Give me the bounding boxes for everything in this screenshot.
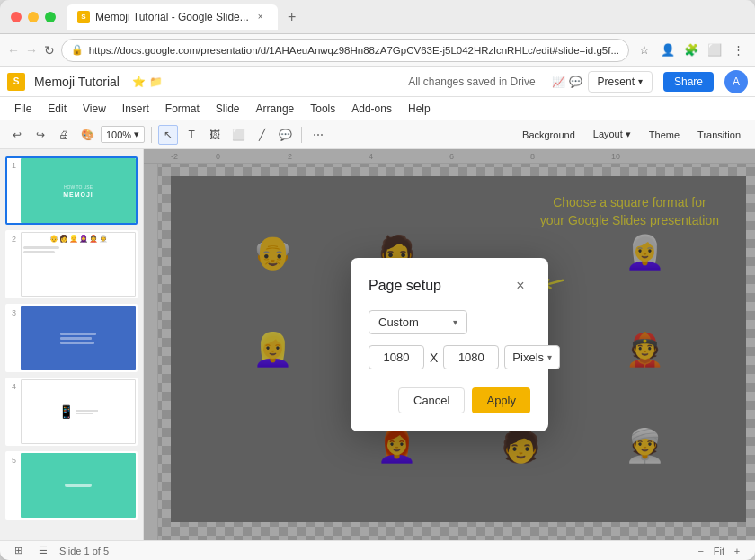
slide-thumbnail-3[interactable]: 3 [5, 304, 138, 372]
minimize-window-button[interactable] [28, 12, 39, 22]
units-dropdown[interactable]: Pixels ▾ [504, 345, 560, 369]
extension-icon[interactable]: 🧩 [681, 40, 701, 60]
cursor-tool[interactable]: ↖ [158, 125, 178, 145]
print-button[interactable]: 🖨 [54, 125, 74, 145]
undo-button[interactable]: ↩ [7, 125, 27, 145]
separator-2 [301, 127, 302, 143]
format-value: Custom [378, 316, 419, 329]
cast-icon[interactable]: ⬜ [705, 40, 724, 60]
present-label: Present [598, 76, 635, 88]
profile-icon[interactable]: 👤 [658, 40, 678, 60]
menu-arrange[interactable]: Arrange [249, 101, 302, 117]
address-bar[interactable]: 🔒 https://docs.google.com/presentation/d… [61, 39, 629, 62]
layout-button[interactable]: Layout ▾ [586, 127, 638, 142]
slide-preview-5 [21, 453, 136, 518]
filmstrip-view-button[interactable]: ☰ [34, 542, 52, 560]
slide-preview-2: 👴 👩 👱 🧕 👲 👳 [21, 232, 136, 297]
present-button[interactable]: Present ▾ [588, 71, 653, 93]
paint-format-button[interactable]: 🎨 [77, 125, 97, 145]
slide-number-1: 1 [7, 158, 16, 170]
url-text: https://docs.google.com/presentation/d/1… [89, 45, 619, 56]
chart-icon: 📈 [552, 76, 565, 88]
slide-thumbnail-2[interactable]: 2 👴 👩 👱 🧕 👲 👳 [5, 230, 138, 298]
slide1-line1: HOW TO USE [64, 184, 93, 190]
menu-tools[interactable]: Tools [303, 101, 342, 117]
transition-button[interactable]: Transition [690, 128, 748, 142]
maximize-window-button[interactable] [45, 12, 56, 22]
menu-file[interactable]: File [7, 101, 39, 117]
width-input[interactable] [369, 345, 424, 369]
traffic-lights [11, 12, 56, 22]
height-input[interactable] [443, 345, 499, 369]
slide-preview-4: 📱 [21, 379, 136, 444]
forward-button[interactable]: → [25, 40, 38, 61]
units-value: Pixels [512, 351, 544, 364]
star-icon[interactable]: ⭐ [132, 76, 146, 88]
zoom-out-button[interactable]: − [692, 542, 710, 560]
redo-button[interactable]: ↪ [31, 125, 50, 145]
dimensions-row: X Pixels ▾ [369, 345, 530, 369]
units-chevron-icon: ▾ [547, 352, 552, 362]
shapes-tool[interactable]: ⬜ [228, 125, 248, 145]
zoom-in-button[interactable]: + [728, 542, 746, 560]
cancel-button[interactable]: Cancel [398, 387, 465, 413]
slide2-faces: 👴 👩 👱 🧕 👲 👳 [22, 233, 135, 244]
menu-addons[interactable]: Add-ons [344, 101, 399, 117]
modal-actions: Cancel Apply [369, 387, 530, 413]
text-tool[interactable]: T [182, 125, 201, 145]
app-toolbar: S Memoji Tutorial ⭐ 📁 All changes saved … [0, 67, 755, 97]
format-select-dropdown[interactable]: Custom ▾ [369, 310, 467, 334]
menu-dots-icon[interactable]: ⋮ [728, 40, 748, 60]
nav-bar: ← → ↻ 🔒 https://docs.google.com/presenta… [0, 34, 755, 67]
folder-icon[interactable]: 📁 [149, 76, 163, 88]
menu-view[interactable]: View [76, 101, 113, 117]
profile-avatar[interactable]: A [724, 70, 748, 93]
share-button[interactable]: Share [663, 72, 714, 92]
image-tool[interactable]: 🖼 [205, 125, 225, 145]
nav-icons: ☆ 👤 🧩 ⬜ ⋮ [635, 40, 748, 60]
slide1-line2: MEMOJI [63, 191, 93, 198]
line-tool[interactable]: ╱ [252, 125, 271, 145]
browser-window: S Memoji Tutorial - Google Slide... × + … [0, 0, 755, 560]
menu-insert[interactable]: Insert [115, 101, 156, 117]
more-tools[interactable]: ⋯ [308, 125, 328, 145]
bookmark-icon[interactable]: ☆ [635, 40, 654, 60]
menu-help[interactable]: Help [401, 101, 438, 117]
background-button[interactable]: Background [515, 128, 582, 142]
slide-thumbnail-5[interactable]: 5 [5, 451, 138, 520]
main-area: 1 HOW TO USE MEMOJI 2 👴 👩 👱 🧕 [0, 149, 755, 540]
modal-close-button[interactable]: × [511, 276, 530, 296]
slide-preview-3 [21, 306, 136, 370]
zoom-dropdown[interactable]: 100%▾ [101, 126, 145, 143]
canvas-area: -2 0 2 4 6 8 10 👴 🧔 👩‍🦳 👱‍♀️ [144, 149, 755, 540]
menu-bar: File Edit View Insert Format Slide Arran… [0, 97, 755, 120]
modal-dialog: Page setup × Custom ▾ X [351, 258, 548, 431]
tab-bar: S Memoji Tutorial - Google Slide... × + [67, 4, 744, 30]
slide-thumbnail-1[interactable]: 1 HOW TO USE MEMOJI [5, 156, 138, 225]
back-button[interactable]: ← [7, 40, 20, 61]
saved-status: All changes saved in Drive [408, 76, 535, 88]
active-tab[interactable]: S Memoji Tutorial - Google Slide... × [67, 4, 278, 30]
apply-button[interactable]: Apply [472, 387, 530, 413]
modal-header: Page setup × [369, 276, 530, 296]
theme-button[interactable]: Theme [642, 128, 687, 142]
grid-view-button[interactable]: ⊞ [9, 542, 27, 560]
slide-preview-1: HOW TO USE MEMOJI [21, 158, 136, 223]
title-icons: ⭐ 📁 [132, 76, 163, 88]
slide3-content [21, 306, 136, 370]
zoom-level: Fit [714, 546, 724, 556]
new-tab-button[interactable]: + [281, 6, 303, 28]
tab-close-button[interactable]: × [254, 11, 267, 23]
slide-number-5: 5 [7, 453, 16, 465]
close-window-button[interactable] [11, 12, 22, 22]
menu-slide[interactable]: Slide [209, 101, 247, 117]
bottom-bar: ⊞ ☰ Slide 1 of 5 − Fit + [0, 540, 755, 560]
refresh-button[interactable]: ↻ [43, 40, 56, 61]
modal-overlay: Page setup × Custom ▾ X [144, 149, 755, 540]
comment-tool[interactable]: 💬 [275, 125, 295, 145]
slides-panel: 1 HOW TO USE MEMOJI 2 👴 👩 👱 🧕 [0, 149, 144, 540]
menu-edit[interactable]: Edit [40, 101, 74, 117]
zoom-controls: − Fit + [692, 542, 746, 560]
slide-thumbnail-4[interactable]: 4 📱 [5, 378, 138, 446]
menu-format[interactable]: Format [158, 101, 207, 117]
